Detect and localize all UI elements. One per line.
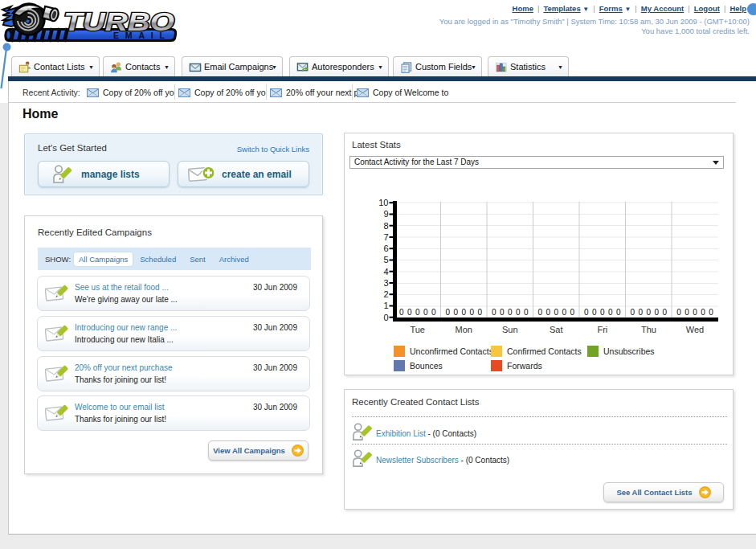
svg-text:0: 0 xyxy=(684,308,689,317)
svg-text:9: 9 xyxy=(383,209,388,219)
svg-text:4: 4 xyxy=(383,267,388,277)
svg-text:0: 0 xyxy=(524,308,529,317)
svg-text:0: 0 xyxy=(701,308,705,317)
svg-text:0: 0 xyxy=(663,308,668,317)
svg-text:0: 0 xyxy=(592,308,597,317)
svg-text:Sat: Sat xyxy=(550,325,563,334)
svg-text:0: 0 xyxy=(616,308,621,317)
svg-text:Wed: Wed xyxy=(686,325,704,334)
svg-text:0: 0 xyxy=(608,308,613,317)
svg-text:0: 0 xyxy=(492,308,497,317)
svg-text:0: 0 xyxy=(423,308,428,317)
svg-text:0: 0 xyxy=(407,308,412,317)
svg-text:Thu: Thu xyxy=(641,325,656,334)
svg-text:Confirmed Contacts: Confirmed Contacts xyxy=(507,346,582,356)
svg-text:0: 0 xyxy=(584,308,589,317)
svg-text:0: 0 xyxy=(500,308,505,317)
svg-text:0: 0 xyxy=(538,308,543,317)
svg-text:0: 0 xyxy=(508,308,513,317)
svg-text:0: 0 xyxy=(676,308,681,317)
svg-text:0: 0 xyxy=(383,313,388,322)
svg-text:2: 2 xyxy=(383,289,388,299)
svg-text:0: 0 xyxy=(415,308,420,317)
svg-text:0: 0 xyxy=(647,308,652,317)
svg-text:0: 0 xyxy=(655,308,660,317)
svg-text:Sun: Sun xyxy=(502,325,518,334)
svg-text:0: 0 xyxy=(600,308,605,317)
svg-text:0: 0 xyxy=(446,308,451,317)
svg-text:7: 7 xyxy=(383,232,388,242)
svg-text:0: 0 xyxy=(562,308,567,317)
svg-text:Bounces: Bounces xyxy=(410,361,443,371)
svg-text:0: 0 xyxy=(570,308,575,317)
svg-text:5: 5 xyxy=(383,255,388,264)
svg-text:0: 0 xyxy=(462,308,467,317)
svg-text:0: 0 xyxy=(470,308,475,317)
svg-text:0: 0 xyxy=(516,308,521,317)
svg-text:Forwards: Forwards xyxy=(507,361,542,371)
svg-text:Fri: Fri xyxy=(597,325,607,334)
svg-text:0: 0 xyxy=(639,308,644,317)
svg-text:0: 0 xyxy=(693,308,697,317)
svg-text:0: 0 xyxy=(554,308,559,317)
svg-text:TURBO: TURBO xyxy=(63,8,174,36)
svg-text:0: 0 xyxy=(431,308,436,317)
svg-text:Unsubscribes: Unsubscribes xyxy=(603,346,655,356)
svg-text:Mon: Mon xyxy=(455,325,472,334)
svg-text:1: 1 xyxy=(383,301,388,310)
svg-text:10: 10 xyxy=(378,198,388,207)
svg-text:0: 0 xyxy=(454,308,459,317)
svg-text:Tue: Tue xyxy=(410,325,425,334)
svg-text:0: 0 xyxy=(709,308,713,317)
svg-text:6: 6 xyxy=(383,244,388,253)
svg-text:0: 0 xyxy=(631,308,635,317)
svg-text:Unconfirmed Contacts: Unconfirmed Contacts xyxy=(410,346,493,356)
svg-text:0: 0 xyxy=(478,308,483,317)
svg-text:0: 0 xyxy=(546,308,551,317)
svg-text:3: 3 xyxy=(383,278,388,288)
svg-text:0: 0 xyxy=(399,308,404,317)
svg-text:8: 8 xyxy=(383,221,388,231)
